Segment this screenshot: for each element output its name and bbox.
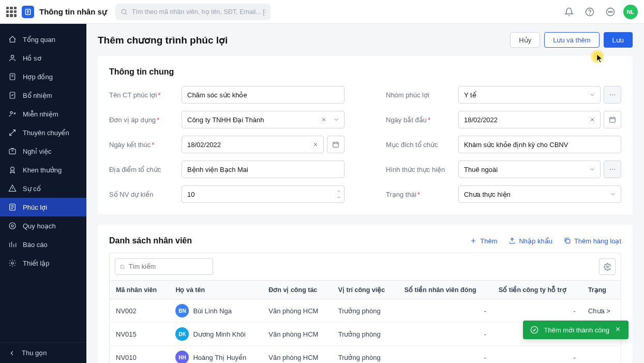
nav-icon: [8, 240, 17, 249]
success-toast: Thêm mới thành công: [523, 321, 628, 339]
nav-icon: [8, 184, 17, 193]
clear-icon[interactable]: [310, 139, 321, 150]
sidebar-item-11[interactable]: Báo cáo: [0, 235, 86, 254]
sidebar-item-6[interactable]: Nghỉ việc: [0, 142, 86, 161]
toast-close-button[interactable]: [615, 326, 621, 334]
table-row[interactable]: NV002BNBùi Linh NgaVăn phòng HCMTrưởng p…: [110, 299, 621, 323]
group-select[interactable]: [458, 86, 601, 104]
chevron-down-icon[interactable]: [587, 90, 597, 100]
svg-point-18: [610, 94, 611, 95]
nav-label: Hồ sơ: [23, 54, 41, 62]
svg-point-17: [11, 262, 13, 264]
sidebar-item-10[interactable]: Quy hoạch: [0, 216, 86, 235]
sidebar-item-2[interactable]: Hợp đồng: [0, 67, 86, 86]
add-employee-button[interactable]: Thêm: [470, 237, 497, 245]
status-select[interactable]: [458, 185, 621, 203]
col-unit: Đơn vị công tác: [262, 281, 332, 299]
clear-icon[interactable]: [319, 114, 329, 125]
clear-icon[interactable]: [587, 114, 597, 125]
chevron-down-icon[interactable]: [587, 164, 597, 175]
toast-message: Thêm mới thành công: [544, 326, 609, 334]
purpose-input[interactable]: [458, 136, 621, 153]
nav-icon: [8, 35, 17, 43]
col-comp-pay: Số tiền công ty hỗ trợ: [492, 281, 582, 299]
svg-rect-21: [610, 118, 616, 122]
nav-icon: [8, 128, 17, 137]
check-circle-icon: [530, 326, 538, 334]
employee-list-title: Danh sách nhân viên: [109, 236, 192, 245]
chevron-down-icon[interactable]: [331, 114, 341, 125]
end-date-picker-button[interactable]: [327, 136, 345, 153]
label-method: Hình thức thực hiện: [386, 166, 458, 173]
label-expected-count: Số NV dự kiến: [109, 191, 182, 198]
table-search[interactable]: [115, 258, 213, 275]
nav-icon: [8, 203, 17, 211]
method-select[interactable]: [458, 161, 601, 178]
chevron-down-icon[interactable]: [608, 189, 618, 199]
notification-icon[interactable]: [561, 4, 577, 20]
col-status: Trạng: [582, 281, 621, 299]
save-button[interactable]: Lưu: [604, 32, 633, 48]
sidebar-item-3[interactable]: Bổ nhiệm: [0, 86, 86, 105]
svg-point-28: [606, 266, 608, 268]
nav-icon: [8, 72, 17, 81]
location-input[interactable]: [182, 161, 345, 178]
nav-icon: [8, 222, 17, 230]
table-row[interactable]: NV010HHHoàng Thị HuyềnVăn phòng HCMTrưởn…: [110, 346, 621, 364]
svg-point-29: [531, 326, 538, 333]
svg-point-11: [10, 111, 12, 113]
svg-point-23: [610, 169, 611, 170]
user-avatar[interactable]: NL: [623, 5, 638, 19]
page-title: Thêm chương trình phúc lợi: [98, 34, 228, 46]
method-more-button[interactable]: [604, 161, 621, 178]
nav-label: Phúc lợi: [23, 204, 47, 211]
apps-launcher-icon[interactable]: [6, 7, 17, 17]
import-employee-button[interactable]: Nhập khẩu: [508, 237, 552, 245]
sidebar-item-7[interactable]: Khen thưởng: [0, 161, 86, 179]
global-search-input[interactable]: [132, 8, 265, 16]
plus-icon: [470, 237, 477, 244]
table-settings-button[interactable]: [599, 258, 616, 275]
label-group: Nhóm phúc lợi: [386, 91, 458, 99]
stepper-up-icon[interactable]: [336, 188, 341, 194]
svg-rect-26: [566, 239, 570, 243]
sidebar-item-9[interactable]: Phúc lợi: [0, 198, 86, 216]
sidebar-item-1[interactable]: Hồ sơ: [0, 49, 86, 67]
expected-count-input[interactable]: [182, 185, 345, 203]
program-name-input[interactable]: [182, 86, 345, 104]
nav-label: Miễn nhiệm: [23, 110, 58, 118]
end-date-input[interactable]: [182, 136, 324, 153]
group-more-button[interactable]: [604, 86, 621, 104]
general-info-card: Thông tin chung Tên CT phúc lợi* Nhóm ph…: [98, 56, 633, 214]
svg-point-13: [11, 167, 14, 171]
col-name: Họ và tên: [169, 281, 262, 299]
nav-label: Nghỉ việc: [23, 148, 51, 155]
sidebar-item-12[interactable]: Thiết lập: [0, 254, 86, 272]
cancel-button[interactable]: Hủy: [510, 32, 540, 48]
topbar: Thông tin nhân sự NL: [0, 0, 644, 24]
nav-icon: [8, 147, 17, 155]
more-menu-icon[interactable]: [603, 4, 618, 20]
col-emp-pay: Số tiền nhân viên đóng: [398, 281, 492, 299]
stepper-down-icon[interactable]: [336, 194, 341, 200]
table-search-input[interactable]: [129, 263, 208, 270]
start-date-picker-button[interactable]: [604, 111, 621, 128]
app-logo[interactable]: [22, 6, 34, 18]
svg-point-5: [608, 11, 609, 12]
help-icon[interactable]: [582, 4, 597, 20]
svg-point-3: [590, 13, 590, 14]
start-date-input[interactable]: [458, 111, 601, 128]
sidebar-item-8[interactable]: Sự cố: [0, 179, 86, 198]
global-search[interactable]: [115, 4, 271, 20]
sidebar-collapse[interactable]: Thu gọn: [0, 342, 86, 363]
label-apply-unit: Đơn vị áp dụng*: [109, 116, 182, 124]
save-and-add-button[interactable]: Lưu và thêm: [544, 32, 599, 48]
sidebar-item-4[interactable]: Miễn nhiệm: [0, 105, 86, 123]
employee-list-card: Danh sách nhân viên Thêm Nhập khẩu Thêm …: [98, 225, 633, 363]
bulk-add-button[interactable]: Thêm hàng loạt: [564, 237, 621, 245]
sidebar-item-5[interactable]: Thuyên chuyển: [0, 123, 86, 142]
svg-point-19: [612, 94, 613, 95]
nav-label: Tổng quan: [23, 36, 55, 43]
sidebar-item-0[interactable]: Tổng quan: [0, 30, 86, 49]
nav-label: Hợp đồng: [23, 73, 53, 81]
